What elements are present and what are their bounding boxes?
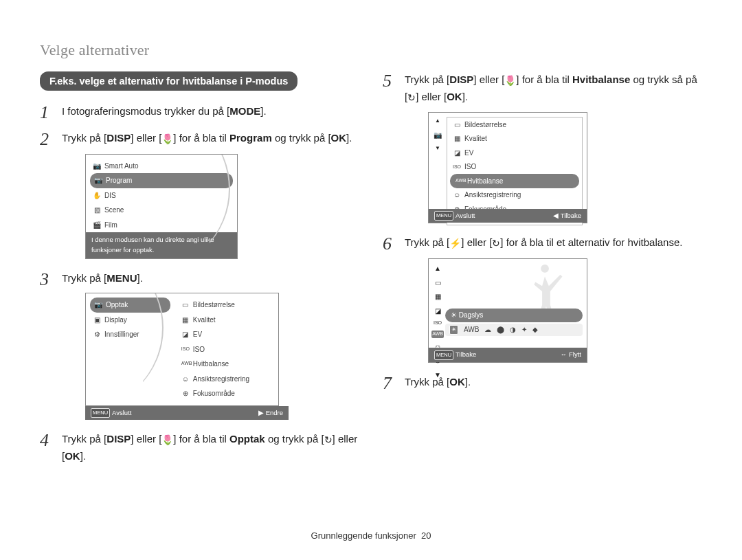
t: ].	[80, 450, 86, 462]
program-icon: 📷	[94, 175, 102, 186]
t: Trykk på [	[62, 272, 106, 284]
ok-key: OK	[447, 91, 462, 102]
label: EV	[193, 329, 202, 340]
t: Trykk på [	[405, 236, 449, 248]
lcd-wb-select: ▲ ▭ ▦ ◪ ISO AWB ☺ ⊕ ▼	[428, 258, 587, 363]
right-column: 5 Trykk på [DISP] eller [🌷] for å bla ti…	[383, 71, 702, 475]
footer-label: Avslutt	[112, 408, 131, 418]
t: ] for å bla til	[173, 132, 229, 144]
awb-icon: AWB	[181, 360, 190, 368]
menu-btn-icon: MENU	[91, 408, 110, 418]
lcd3-right-item: ISOISO	[175, 342, 278, 357]
wb-option: ⬤	[497, 324, 504, 335]
lcd3-footer: MENUAvslutt ▶Endre	[85, 406, 289, 421]
step1-text-a: I fotograferingsmodus trykker du på [	[62, 105, 229, 117]
label: Ansiktsregistrering	[193, 374, 249, 385]
macro-icon: 🌷	[161, 434, 173, 445]
label: Fokusområde	[193, 388, 235, 399]
wb-options-row: ☀ AWB ☁ ⬤ ◑ ✦ ◆	[445, 324, 583, 336]
lcd1-item: 🎬Film	[86, 218, 237, 233]
step1-text-b: ].	[260, 105, 266, 117]
lcd3-right-item: ◪EV	[175, 327, 278, 342]
lcd1-item: ▧Scene	[86, 203, 237, 218]
lcd5-item: ☺Ansiktsregistrering	[447, 188, 582, 203]
step-7: 7 Trykk på [OK].	[383, 374, 702, 390]
disp-key: DISP	[106, 433, 131, 445]
lcd3-right-item: ▭Bildestørrelse	[175, 298, 278, 313]
right-arrow-icon: ▶	[258, 408, 264, 418]
program-bold: Program	[229, 132, 272, 144]
page-title: Velge alternativer	[40, 41, 702, 59]
lcd5-item: ISOISO	[447, 160, 582, 175]
up-arrow-icon: ▲	[434, 263, 441, 274]
disp-key: DISP	[106, 132, 131, 144]
mode-key: MODE	[229, 105, 260, 117]
label: Hvitbalanse	[193, 359, 229, 370]
label: Smart Auto	[104, 161, 138, 172]
up-arrow-icon: ▲	[435, 117, 440, 125]
label: ISO	[193, 344, 205, 355]
ok-key: OK	[449, 376, 465, 388]
step-5: 5 Trykk på [DISP] eller [🌷] for å bla ti…	[383, 71, 702, 223]
iso-icon: ISO	[434, 320, 442, 327]
lcd3-right-item: ⊕Fokusområde	[175, 386, 278, 401]
flash-icon: ⚡	[449, 238, 461, 249]
t: ] for å bla til et alternativ for hvitba…	[500, 236, 682, 248]
macro-icon: 🌷	[161, 133, 173, 144]
step-6: 6 Trykk på [⚡] eller [↻] for å bla til e…	[383, 234, 702, 363]
label: Opptak	[106, 300, 128, 311]
footer-label: Flytt	[569, 350, 581, 360]
lcd3-right-item: ☺Ansiktsregistrering	[175, 372, 278, 387]
opptak-bold: Opptak	[229, 433, 265, 445]
lcd5-item: ◪EV	[447, 146, 582, 160]
t: ] eller [	[131, 132, 161, 144]
t: Trykk på [	[62, 132, 106, 144]
t: ].	[137, 272, 142, 284]
wb-option: ◆	[532, 324, 538, 335]
label: ISO	[464, 161, 476, 172]
down-arrow-icon: ▼	[435, 144, 440, 153]
hvitbalanse-bold: Hvitbalanse	[572, 74, 630, 85]
timer-icon: ↻	[492, 238, 500, 249]
footer-label: Tilbake	[456, 350, 476, 360]
left-column: F.eks. velge et alternativ for hvitbalan…	[40, 71, 359, 475]
ok-key: OK	[65, 450, 80, 462]
t: Trykk på [	[405, 376, 449, 388]
lcd1-item-selected: 📷Program	[90, 173, 233, 188]
t: ].	[462, 91, 468, 102]
lcd3-left-item: ⚙Innstillinger	[86, 327, 175, 342]
wb-selected-row: ☀ Dagslys	[445, 309, 583, 322]
awb-icon-selected: AWB	[431, 331, 444, 338]
menu-btn-icon: MENU	[434, 350, 453, 360]
step-number: 2	[40, 126, 49, 153]
lcd5-footer: MENUAvslutt ◀Tilbake	[429, 209, 587, 223]
ev-icon: ◪	[453, 148, 461, 159]
t: ].	[465, 376, 471, 388]
step-3: 3 Trykk på [MENU]. 📷Opptak ▣Display ⚙Inn…	[40, 270, 359, 420]
lcd-hvitbalanse-list: ▲ 📷 ▼ ▭Bildestørrelse ▦Kvalitet ◪EV ISOI…	[428, 112, 587, 223]
footer-label: Tilbake	[561, 211, 581, 221]
label: Bildestørrelse	[193, 300, 235, 311]
timer-icon: ↻	[324, 434, 333, 445]
t: ] eller [	[131, 433, 161, 445]
label: EV	[464, 148, 473, 159]
step-1: 1 I fotograferingsmodus trykker du på [M…	[40, 103, 359, 119]
lcd5-item-selected: AWBHvitbalanse	[450, 174, 579, 188]
label: Scene	[104, 205, 124, 216]
wb-option: AWB	[464, 324, 479, 335]
t: ] for å bla til	[173, 433, 229, 445]
size-icon: ▭	[453, 120, 461, 131]
step-number: 6	[383, 230, 392, 258]
example-pill: F.eks. velge et alternativ for hvitbalan…	[40, 71, 297, 91]
lcd6-footer: MENUTilbake ↔Flytt	[429, 348, 587, 362]
t: Trykk på [	[62, 433, 106, 445]
label: Bildestørrelse	[464, 120, 506, 131]
menu-btn-icon: MENU	[434, 211, 453, 221]
lcd1-item: ✋DIS	[86, 188, 237, 203]
face-icon: ☺	[181, 374, 190, 385]
footer-text: Grunnleggende funksjoner	[311, 530, 416, 541]
page-number: 20	[421, 530, 431, 541]
side-icon-strip: ▲ ▭ ▦ ◪ ISO AWB ☺ ⊕ ▼	[433, 263, 442, 347]
smart-auto-icon: 📷	[93, 161, 101, 172]
t: og trykk på [	[272, 132, 331, 144]
